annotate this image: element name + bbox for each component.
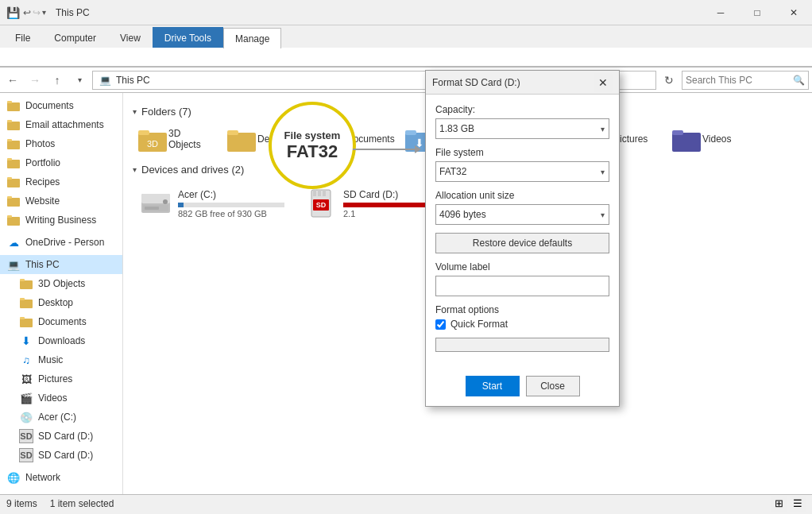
sidebar-item-videos[interactable]: 🎬 Videos bbox=[0, 388, 122, 408]
sidebar-item-portfolio[interactable]: Portfolio bbox=[0, 153, 122, 172]
svg-rect-37 bbox=[672, 130, 683, 135]
capacity-select[interactable]: 1.83 GB bbox=[435, 118, 609, 139]
svg-rect-7 bbox=[7, 160, 20, 168]
sidebar-item-sd1[interactable]: SD SD Card (D:) bbox=[0, 427, 122, 446]
restore-defaults-button[interactable]: Restore device defaults bbox=[435, 233, 609, 253]
sidebar-item-label: Pictures bbox=[38, 373, 72, 385]
sidebar-item-onedrive[interactable]: ☁ OneDrive - Person bbox=[0, 233, 122, 252]
sidebar-item-email[interactable]: Email attachments bbox=[0, 115, 122, 134]
sidebar-item-music[interactable]: ♫ Music bbox=[0, 350, 122, 369]
sidebar-item-3d-objects[interactable]: 3D Objects bbox=[0, 274, 122, 293]
forward-button[interactable]: → bbox=[25, 71, 44, 90]
sidebar-item-pictures[interactable]: 🖼 Pictures bbox=[0, 369, 122, 388]
sidebar-item-documents[interactable]: Documents bbox=[0, 96, 122, 115]
sidebar-item-downloads[interactable]: ⬇ Downloads bbox=[0, 331, 122, 350]
main-layout: Documents Email attachments Photos Portf… bbox=[0, 93, 812, 494]
folder-icon bbox=[19, 296, 33, 310]
progress-bar bbox=[435, 338, 609, 352]
volume-section: Volume label bbox=[435, 261, 609, 296]
tab-drive-tools[interactable]: Drive Tools bbox=[153, 27, 223, 48]
view-tiles-button[interactable]: ⊞ bbox=[771, 496, 787, 512]
search-icon[interactable]: 🔍 bbox=[793, 75, 805, 86]
quick-format-checkbox[interactable] bbox=[435, 319, 446, 330]
close-button[interactable]: ✕ bbox=[775, 0, 812, 25]
search-input[interactable] bbox=[686, 75, 793, 86]
svg-rect-13 bbox=[7, 217, 20, 226]
svg-rect-12 bbox=[7, 196, 12, 199]
sidebar-item-label: SD Card (D:) bbox=[38, 450, 93, 461]
close-dialog-button[interactable]: Close bbox=[526, 376, 580, 396]
sidebar-item-documents2[interactable]: Documents bbox=[0, 312, 122, 331]
quick-format-label[interactable]: Quick Format bbox=[435, 319, 609, 330]
sidebar-item-desktop[interactable]: Desktop bbox=[0, 293, 122, 312]
svg-rect-4 bbox=[7, 120, 12, 122]
folder-icon bbox=[6, 194, 21, 208]
filesystem-select-wrapper: FAT32 bbox=[435, 161, 609, 182]
folder-icon-3d: 3D bbox=[138, 128, 164, 150]
folder-item-3dobjects[interactable]: 3D 3D Objects bbox=[133, 124, 220, 154]
search-box[interactable]: 🔍 bbox=[682, 71, 809, 90]
maximize-button[interactable]: □ bbox=[739, 0, 775, 25]
tab-view[interactable]: View bbox=[108, 27, 153, 48]
sidebar-item-photos[interactable]: Photos bbox=[0, 134, 122, 153]
ribbon: File Computer View Drive Tools Manage bbox=[0, 25, 812, 68]
svg-rect-29 bbox=[405, 130, 416, 135]
sidebar-item-label: 3D Objects bbox=[38, 278, 85, 289]
allocation-select[interactable]: 4096 bytes bbox=[435, 204, 609, 225]
chevron-icon: ▾ bbox=[133, 107, 137, 116]
back-button[interactable]: ← bbox=[3, 71, 22, 90]
sidebar-item-label: Recipes bbox=[25, 176, 60, 187]
sidebar-item-label: SD Card (D:) bbox=[38, 431, 93, 442]
network-icon: 🌐 bbox=[6, 470, 21, 485]
sidebar-item-sd2[interactable]: SD SD Card (D:) bbox=[0, 446, 122, 465]
folder-item-videos[interactable]: Videos bbox=[667, 124, 754, 154]
minimize-button[interactable]: ─ bbox=[702, 0, 739, 25]
drive-size: 882 GB free of 930 GB bbox=[178, 209, 284, 218]
selection-info: 1 item selected bbox=[50, 498, 114, 509]
drive-item-acer[interactable]: Acer (C:) 882 GB free of 930 GB bbox=[133, 182, 292, 225]
recent-locations-button[interactable]: ▾ bbox=[70, 71, 89, 90]
volume-input[interactable] bbox=[435, 276, 609, 296]
tab-manage[interactable]: Manage bbox=[223, 28, 281, 48]
folder-icon-desktop bbox=[227, 128, 253, 150]
svg-rect-9 bbox=[7, 179, 20, 187]
filesystem-section: File system FAT32 bbox=[435, 147, 609, 182]
title-bar-title: This PC bbox=[52, 0, 702, 25]
redo-icon[interactable]: ↪ bbox=[33, 7, 41, 18]
sidebar-item-label: Acer (C:) bbox=[38, 412, 76, 423]
dialog-close-button[interactable]: ✕ bbox=[594, 73, 613, 92]
drive-bar-fill bbox=[178, 203, 184, 207]
sidebar-item-acer[interactable]: 💿 Acer (C:) bbox=[0, 408, 122, 427]
start-button[interactable]: Start bbox=[466, 376, 520, 396]
sidebar-item-recipes[interactable]: Recipes bbox=[0, 172, 122, 191]
capacity-section: Capacity: 1.83 GB bbox=[435, 104, 609, 139]
customize-icon[interactable]: ▾ bbox=[42, 8, 46, 17]
save-icon[interactable]: 💾 bbox=[6, 6, 20, 19]
filesystem-select[interactable]: FAT32 bbox=[435, 161, 609, 182]
filesystem-label: File system bbox=[435, 147, 609, 158]
view-list-button[interactable]: ☰ bbox=[790, 496, 806, 512]
capacity-select-wrapper: 1.83 GB bbox=[435, 118, 609, 139]
format-options-title: Format options bbox=[435, 304, 609, 315]
volume-label: Volume label bbox=[435, 261, 609, 272]
svg-rect-14 bbox=[7, 215, 12, 218]
folder-icon bbox=[6, 175, 21, 189]
sidebar-item-this-pc[interactable]: 💻 This PC bbox=[0, 255, 122, 274]
svg-rect-3 bbox=[7, 122, 20, 130]
up-button[interactable]: ↑ bbox=[48, 71, 67, 90]
sidebar-item-network[interactable]: 🌐 Network bbox=[0, 468, 122, 487]
tab-file[interactable]: File bbox=[3, 27, 42, 48]
allocation-section: Allocation unit size 4096 bytes bbox=[435, 190, 609, 225]
folder-icon bbox=[19, 276, 33, 291]
svg-rect-5 bbox=[7, 141, 20, 149]
svg-rect-11 bbox=[7, 198, 20, 207]
dialog-body: Capacity: 1.83 GB File system FAT32 Al bbox=[426, 95, 619, 369]
sidebar-item-writing[interactable]: Writing Business bbox=[0, 211, 122, 230]
tab-computer[interactable]: Computer bbox=[42, 27, 108, 48]
hdd-icon bbox=[140, 187, 172, 219]
refresh-button[interactable]: ↻ bbox=[659, 71, 679, 90]
sidebar-item-website[interactable]: Website bbox=[0, 191, 122, 211]
sidebar-item-label: Portfolio bbox=[25, 157, 60, 168]
undo-icon[interactable]: ↩ bbox=[23, 7, 31, 18]
allocation-label: Allocation unit size bbox=[435, 190, 609, 201]
